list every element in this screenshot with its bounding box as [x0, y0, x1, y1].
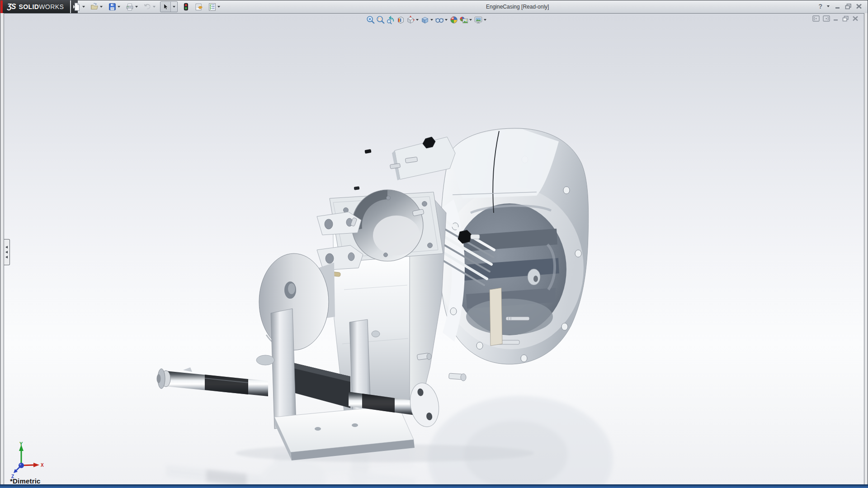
- feature-manager-collapsed-tab[interactable]: [4, 239, 10, 265]
- document-window-controls: [812, 15, 859, 22]
- view-orientation-button[interactable]: [406, 15, 415, 25]
- restore-button[interactable]: [845, 4, 852, 9]
- doc-minimize-button[interactable]: [833, 16, 839, 21]
- print-button[interactable]: [125, 2, 135, 12]
- display-style-icon: [420, 15, 429, 24]
- doc-close-button[interactable]: [852, 16, 859, 21]
- file-properties-button[interactable]: [194, 2, 204, 12]
- section-view-button[interactable]: [396, 15, 406, 25]
- open-button[interactable]: [90, 2, 99, 12]
- edit-appearance-button[interactable]: [449, 15, 459, 25]
- view-orientation-label: *Dimetric: [10, 477, 41, 484]
- close-icon: [856, 4, 862, 9]
- view-orientation-icon: [406, 15, 415, 24]
- rebuild-traffic-light-icon: [181, 2, 190, 11]
- collapse-arrow-icon: [5, 256, 8, 258]
- right-pane-toggle-icon: [823, 15, 830, 22]
- solidworks-logo: ƷS SOLIDWORKS: [3, 0, 70, 13]
- open-dropdown[interactable]: [100, 6, 103, 8]
- undo-icon: [143, 2, 152, 11]
- heads-up-view-toolbar: [366, 15, 488, 25]
- title-bar: ƷS SOLIDWORKS: [0, 0, 868, 14]
- hide-show-items-dropdown[interactable]: [445, 19, 448, 21]
- open-icon: [90, 2, 99, 11]
- apply-scene-dropdown[interactable]: [469, 19, 472, 21]
- close-button[interactable]: [856, 4, 862, 9]
- apply-scene-icon: [459, 15, 468, 24]
- undo-dropdown[interactable]: [153, 6, 156, 8]
- select-tool-dropdown[interactable]: [173, 6, 175, 8]
- display-style-dropdown[interactable]: [430, 19, 433, 21]
- hide-show-items-button[interactable]: [434, 15, 444, 25]
- stand-assembly: [256, 309, 415, 460]
- minimize-icon: [835, 4, 841, 9]
- new-document-icon: [72, 2, 81, 11]
- window-controls: ?: [818, 3, 862, 10]
- options-dropdown[interactable]: [217, 6, 220, 8]
- doc-minimize-icon: [833, 16, 839, 21]
- view-settings-icon: [474, 15, 483, 24]
- main-toolbar: [72, 1, 225, 12]
- block: [330, 190, 446, 412]
- window-frame-bottom: [0, 484, 868, 488]
- reference-triad: Y X Z: [8, 440, 48, 479]
- help-dropdown[interactable]: [827, 5, 830, 7]
- engine-casing-3d-model: [4, 13, 864, 484]
- print-icon: [125, 2, 134, 11]
- zoom-to-fit-button[interactable]: [366, 15, 376, 25]
- select-tool-button[interactable]: [160, 2, 171, 12]
- apply-scene-button[interactable]: [459, 15, 469, 25]
- help-button[interactable]: ?: [818, 3, 822, 10]
- edit-appearance-icon: [449, 15, 458, 24]
- select-icon: [161, 3, 170, 11]
- zoom-to-area-icon: [376, 15, 385, 24]
- options-button[interactable]: [207, 2, 217, 12]
- view-orientation-dropdown[interactable]: [416, 19, 419, 21]
- triad-x-label: X: [41, 463, 44, 468]
- options-icon: [208, 2, 217, 11]
- help-icon: ?: [818, 3, 822, 10]
- solidworks-wordmark: SOLIDWORKS: [19, 3, 64, 10]
- collapse-arrow-icon: [5, 246, 8, 249]
- doc-restore-icon: [842, 16, 849, 22]
- hide-show-items-icon: [435, 15, 444, 24]
- previous-view-button[interactable]: [386, 15, 396, 25]
- bolts: [350, 209, 480, 381]
- minimize-button[interactable]: [835, 4, 841, 9]
- zoom-to-area-button[interactable]: [376, 15, 386, 25]
- view-settings-button[interactable]: [473, 15, 483, 25]
- collapse-arrow-icon: [5, 251, 8, 253]
- left-brackets: [317, 212, 363, 277]
- restore-icon: [845, 4, 852, 9]
- display-style-button[interactable]: [420, 15, 430, 25]
- new-document-button[interactable]: [72, 2, 82, 12]
- housing: [439, 128, 589, 364]
- zoom-to-fit-icon: [366, 15, 375, 24]
- top-bracket: [354, 137, 455, 190]
- solidworks-window: { "title_bar": { "brand_glyph": "ƷS", "b…: [0, 0, 868, 488]
- view-settings-dropdown[interactable]: [484, 19, 486, 21]
- doc-close-icon: [852, 16, 859, 21]
- solidworks-brand: ƷS SOLIDWORKS: [0, 0, 78, 13]
- left-pane-toggle-icon: [812, 15, 820, 22]
- ds-logo-glyph: ƷS: [7, 3, 15, 11]
- left-shaft: [157, 367, 269, 396]
- section-view-icon: [396, 15, 405, 24]
- select-tool-group: [160, 1, 178, 12]
- left-pane-toggle-button[interactable]: [812, 15, 820, 22]
- save-button[interactable]: [107, 2, 117, 12]
- flywheel-disc: [259, 253, 335, 350]
- file-properties-icon: [194, 2, 203, 11]
- save-icon: [108, 2, 117, 11]
- undo-button[interactable]: [142, 2, 152, 12]
- doc-restore-button[interactable]: [842, 16, 849, 22]
- window-frame-right: [864, 13, 868, 484]
- new-document-dropdown[interactable]: [82, 6, 85, 8]
- save-dropdown[interactable]: [118, 6, 120, 8]
- print-dropdown[interactable]: [135, 6, 138, 8]
- graphics-viewport[interactable]: Y X Z *Dimetric: [4, 13, 864, 484]
- window-title: EngineCasing [Read-only]: [486, 4, 549, 10]
- window-frame-left: [0, 13, 4, 484]
- rebuild-button[interactable]: [181, 2, 191, 12]
- right-pane-toggle-button[interactable]: [823, 15, 830, 22]
